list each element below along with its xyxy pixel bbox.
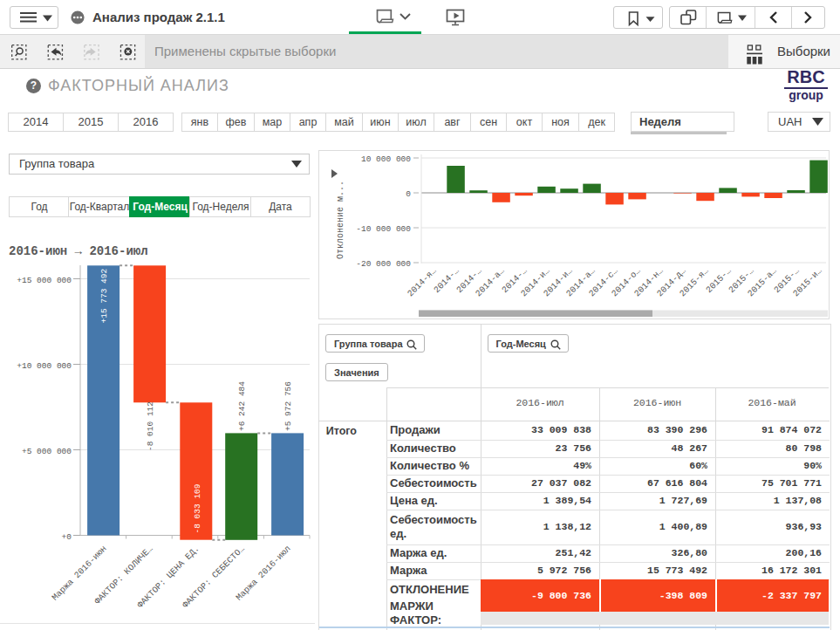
- svg-text:Отклонение м...: Отклонение м...: [336, 181, 345, 259]
- svg-text:+15 000 000: +15 000 000: [17, 276, 72, 285]
- svg-text:-10 000 000: -10 000 000: [356, 224, 411, 234]
- svg-text:+5 000 000: +5 000 000: [22, 447, 72, 456]
- svg-text:+15 773 492: +15 773 492: [99, 268, 109, 323]
- svg-text:-8 010 112: -8 010 112: [146, 401, 155, 451]
- svg-text:+5 972 756: +5 972 756: [283, 381, 293, 431]
- svg-text:+10 000 000: +10 000 000: [17, 361, 72, 371]
- svg-text:+0: +0: [62, 532, 72, 542]
- svg-text:-8 033 109: -8 033 109: [193, 483, 202, 533]
- svg-text:+6 242 484: +6 242 484: [237, 381, 247, 431]
- svg-text:10 000 000: 10 000 000: [361, 154, 411, 164]
- svg-text:-20 000 000: -20 000 000: [356, 259, 411, 269]
- svg-text:0: 0: [406, 189, 411, 199]
- svg-text:2014-я…: 2014-я…: [406, 266, 438, 298]
